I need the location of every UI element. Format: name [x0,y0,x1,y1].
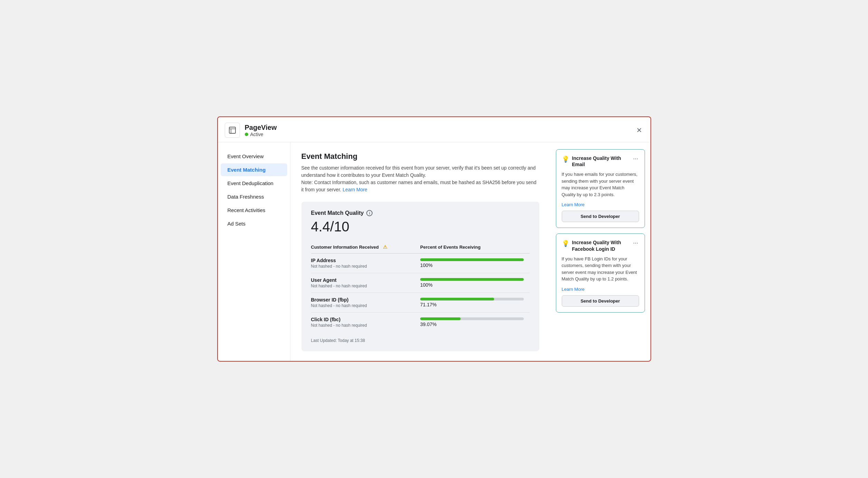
emq-score: 4.4/10 [311,219,530,235]
table-cell-percent-0: 100% [420,254,530,273]
percent-label: 100% [420,282,530,288]
bulb-icon: 💡 [562,240,569,247]
table-cell-name-0: IP AddressNot hashed - no hash required [311,254,421,273]
table-cell-percent-1: 100% [420,273,530,293]
suggestion-header-left: 💡 Increase Quality With Facebook Login I… [562,239,633,252]
table-header-row: Customer Information Received ⚠ Percent … [311,241,530,254]
progress-bar-bg [420,317,524,320]
window-status: Active [245,132,277,137]
progress-bar-bg [420,298,524,300]
progress-bar-fill [420,317,461,320]
page-title: Event Matching [301,152,539,161]
content-area: Event Matching See the customer informat… [290,142,550,361]
col-header-customer-info: Customer Information Received ⚠ [311,241,421,254]
close-button[interactable]: ✕ [635,125,644,136]
table-cell-name-1: User AgentNot hashed - no hash required [311,273,421,293]
suggestion-card-fblogin-card: 💡 Increase Quality With Facebook Login I… [556,233,645,312]
sidebar-item-ad-sets[interactable]: Ad Sets [221,217,287,230]
sidebar-item-event-matching[interactable]: Event Matching [221,163,287,176]
suggestion-header: 💡 Increase Quality With Email ··· [562,155,639,168]
emq-header: Event Match Quality i [311,210,530,216]
send-to-developer-button[interactable]: Send to Developer [562,295,639,307]
table-cell-name-3: Click ID (fbc)Not hashed - no hash requi… [311,313,421,332]
progress-bar-fill [420,258,524,261]
window-title: PageView [245,124,277,132]
title-group: PageView Active [245,124,277,137]
info-icon[interactable]: i [366,210,373,216]
percent-label: 100% [420,262,530,268]
status-dot [245,133,248,136]
progress-bar-bg [420,258,524,261]
suggestion-title: Increase Quality With Facebook Login ID [572,239,633,252]
window-icon [225,123,240,138]
percent-label: 39.07% [420,322,530,327]
bulb-icon: 💡 [562,155,569,163]
table-row: IP AddressNot hashed - no hash required … [311,254,530,273]
table-cell-percent-3: 39.07% [420,313,530,332]
header-left: PageView Active [225,123,277,138]
desc-line-1: See the customer information received fo… [301,165,536,178]
table-cell-name-2: Browser ID (fbp)Not hashed - no hash req… [311,293,421,313]
table-cell-percent-2: 71.17% [420,293,530,313]
sidebar-item-recent-activities[interactable]: Recent Activities [221,204,287,217]
suggestion-learn-more-link[interactable]: Learn More [562,202,639,207]
customer-info-table: Customer Information Received ⚠ Percent … [311,241,530,332]
more-options-button[interactable]: ··· [632,239,639,247]
sidebar: Event OverviewEvent MatchingEvent Dedupl… [218,142,290,361]
suggestion-title: Increase Quality With Email [572,155,633,168]
progress-bar-bg [420,278,524,281]
suggestion-header-left: 💡 Increase Quality With Email [562,155,633,168]
warning-icon: ⚠ [383,244,387,250]
suggestion-body: If you have FB Login IDs for your custom… [562,256,639,283]
more-options-button[interactable]: ··· [632,155,639,162]
sidebar-item-data-freshness[interactable]: Data Freshness [221,190,287,203]
suggestion-card-email-card: 💡 Increase Quality With Email ··· If you… [556,149,645,228]
suggestion-learn-more-link[interactable]: Learn More [562,287,639,292]
main-window: PageView Active ✕ Event OverviewEvent Ma… [217,116,651,362]
percent-label: 71.17% [420,302,530,307]
table-row: Click ID (fbc)Not hashed - no hash requi… [311,313,530,332]
content-description: See the customer information received fo… [301,164,539,193]
main-layout: Event OverviewEvent MatchingEvent Dedupl… [218,142,650,361]
emq-card: Event Match Quality i 4.4/10 Customer In… [301,202,539,351]
table-row: User AgentNot hashed - no hash required … [311,273,530,293]
suggestion-header: 💡 Increase Quality With Facebook Login I… [562,239,639,252]
table-row: Browser ID (fbp)Not hashed - no hash req… [311,293,530,313]
svg-rect-0 [229,127,235,133]
progress-bar-fill [420,298,494,300]
status-label: Active [250,132,263,137]
sidebar-item-event-deduplication[interactable]: Event Deduplication [221,177,287,190]
sidebar-item-event-overview[interactable]: Event Overview [221,150,287,163]
right-panel: 💡 Increase Quality With Email ··· If you… [550,142,650,361]
send-to-developer-button[interactable]: Send to Developer [562,211,639,222]
progress-bar-fill [420,278,524,281]
window-header: PageView Active ✕ [218,117,650,142]
col-header-percent: Percent of Events Receiving [420,241,530,254]
suggestion-body: If you have emails for your customers, s… [562,171,639,198]
emq-label: Event Match Quality [311,210,364,216]
learn-more-inline-link[interactable]: Learn More [343,187,367,192]
desc-line-2: Note: Contact Information, such as custo… [301,180,537,192]
last-updated: Last Updated: Today at 15:38 [311,338,530,343]
